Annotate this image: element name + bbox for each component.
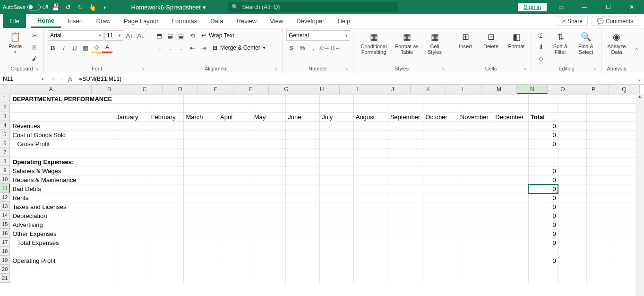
cell-O4[interactable] bbox=[558, 122, 586, 131]
cell-E2[interactable] bbox=[218, 104, 252, 113]
fill-icon[interactable]: ⬇ bbox=[536, 42, 546, 52]
align-middle-icon[interactable]: ⬓ bbox=[165, 30, 175, 41]
align-bottom-icon[interactable]: ⬓ bbox=[176, 30, 186, 41]
cell-E11[interactable] bbox=[218, 184, 252, 193]
cell-D16[interactable] bbox=[184, 229, 218, 238]
cell-C16[interactable] bbox=[149, 229, 184, 238]
cell-M12[interactable] bbox=[493, 193, 529, 202]
cell-G16[interactable] bbox=[286, 229, 320, 238]
cell-B11[interactable] bbox=[114, 184, 149, 193]
cell-J20[interactable] bbox=[388, 265, 423, 274]
cell-N9[interactable]: 0 bbox=[528, 166, 558, 175]
insert-cells-button[interactable]: ⊞Insert bbox=[454, 30, 477, 50]
document-title[interactable]: Homework6-Spreadsheet ▾ bbox=[131, 4, 206, 11]
cell-B9[interactable] bbox=[114, 166, 149, 175]
cell-A18[interactable] bbox=[10, 247, 114, 256]
cell-B2[interactable] bbox=[114, 104, 149, 113]
cell-I6[interactable] bbox=[353, 139, 388, 148]
cell-O1[interactable] bbox=[558, 95, 586, 104]
cell-O10[interactable] bbox=[558, 175, 586, 184]
cell-H1[interactable] bbox=[320, 95, 353, 104]
cell-E12[interactable] bbox=[218, 193, 252, 202]
number-format-combo[interactable]: General▾ bbox=[286, 30, 350, 41]
column-header-F[interactable]: F bbox=[233, 85, 269, 94]
cell-B15[interactable] bbox=[114, 220, 149, 229]
cell-K21[interactable] bbox=[423, 274, 458, 283]
touch-mode-icon[interactable]: 👆 bbox=[88, 2, 97, 12]
cell-F8[interactable] bbox=[252, 157, 286, 166]
cell-A17[interactable]: Total Expenses bbox=[10, 238, 114, 247]
row-header-17[interactable]: 17 bbox=[0, 238, 10, 247]
vertical-scrollbar[interactable]: ▲ bbox=[635, 94, 644, 296]
cell-M9[interactable] bbox=[493, 166, 529, 175]
cell-P11[interactable] bbox=[587, 184, 615, 193]
cell-G2[interactable] bbox=[286, 104, 320, 113]
analyze-data-button[interactable]: ◉Analyze Data bbox=[605, 30, 628, 56]
cell-N12[interactable]: 0 bbox=[528, 193, 558, 202]
tab-formulas[interactable]: Formulas bbox=[165, 14, 204, 28]
cell-D18[interactable] bbox=[184, 247, 218, 256]
row-header-20[interactable]: 20 bbox=[0, 265, 10, 274]
cell-H18[interactable] bbox=[320, 247, 353, 256]
minimize-icon[interactable]: — bbox=[575, 0, 594, 14]
cell-O21[interactable] bbox=[558, 274, 586, 283]
cell-G8[interactable] bbox=[286, 157, 320, 166]
cell-G19[interactable] bbox=[286, 256, 320, 265]
align-right-icon[interactable]: ≡ bbox=[176, 43, 186, 53]
row-header-19[interactable]: 19 bbox=[0, 256, 10, 265]
cell-K5[interactable] bbox=[423, 131, 458, 139]
cell-G14[interactable] bbox=[286, 211, 320, 220]
cell-F20[interactable] bbox=[252, 265, 286, 274]
cell-I17[interactable] bbox=[353, 238, 388, 247]
cell-C18[interactable] bbox=[149, 247, 184, 256]
font-name-combo[interactable]: Arial▾ bbox=[48, 30, 103, 41]
cell-H5[interactable] bbox=[320, 131, 353, 139]
paste-button[interactable]: 📋Paste▾ bbox=[4, 30, 26, 55]
cell-C9[interactable] bbox=[149, 166, 184, 175]
tab-insert[interactable]: Insert bbox=[61, 14, 90, 28]
maximize-icon[interactable]: ☐ bbox=[599, 0, 618, 14]
sign-in-button[interactable]: Sign in bbox=[518, 3, 547, 11]
cell-G15[interactable] bbox=[286, 220, 320, 229]
cell-K17[interactable] bbox=[423, 238, 458, 247]
cell-A8[interactable]: Operating Expenses: bbox=[10, 157, 114, 166]
cell-I2[interactable] bbox=[353, 104, 388, 113]
column-header-I[interactable]: I bbox=[340, 85, 375, 94]
orientation-icon[interactable]: ⟲ bbox=[187, 30, 197, 41]
cell-M2[interactable] bbox=[493, 104, 529, 113]
cell-B21[interactable] bbox=[114, 274, 149, 283]
cell-P2[interactable] bbox=[587, 104, 615, 113]
cell-C7[interactable] bbox=[149, 148, 184, 157]
cell-O11[interactable] bbox=[558, 184, 586, 193]
increase-decimal-icon[interactable]: .0→ bbox=[319, 43, 329, 53]
cell-E1[interactable] bbox=[218, 95, 252, 104]
cell-A15[interactable]: Advertising bbox=[10, 220, 114, 229]
cell-F1[interactable] bbox=[252, 95, 286, 104]
cell-N16[interactable]: 0 bbox=[528, 229, 558, 238]
cell-K18[interactable] bbox=[423, 247, 458, 256]
cell-J15[interactable] bbox=[388, 220, 423, 229]
cell-N20[interactable] bbox=[528, 265, 558, 274]
cell-A1[interactable]: DEPARTMENTAL PERFORMANCE bbox=[10, 95, 114, 104]
cell-B10[interactable] bbox=[114, 175, 149, 184]
cell-E14[interactable] bbox=[218, 211, 252, 220]
cell-M3[interactable]: December bbox=[493, 113, 529, 122]
row-header-16[interactable]: 16 bbox=[0, 229, 10, 238]
cell-P5[interactable] bbox=[587, 131, 615, 139]
cell-F17[interactable] bbox=[252, 238, 286, 247]
cell-F5[interactable] bbox=[252, 131, 286, 139]
cell-E7[interactable] bbox=[218, 148, 252, 157]
cell-D2[interactable] bbox=[184, 104, 218, 113]
cell-K19[interactable] bbox=[423, 256, 458, 265]
cell-P14[interactable] bbox=[587, 211, 615, 220]
cell-M5[interactable] bbox=[493, 131, 529, 139]
undo-icon[interactable]: ↺ bbox=[63, 2, 73, 12]
column-header-N[interactable]: N bbox=[517, 85, 548, 94]
cell-F10[interactable] bbox=[252, 175, 286, 184]
cell-J14[interactable] bbox=[388, 211, 423, 220]
cell-G3[interactable]: June bbox=[286, 113, 320, 122]
cell-I7[interactable] bbox=[353, 148, 388, 157]
cell-H3[interactable]: July bbox=[320, 113, 353, 122]
cell-G13[interactable] bbox=[286, 202, 320, 211]
border-icon[interactable]: ▦ bbox=[80, 43, 91, 53]
